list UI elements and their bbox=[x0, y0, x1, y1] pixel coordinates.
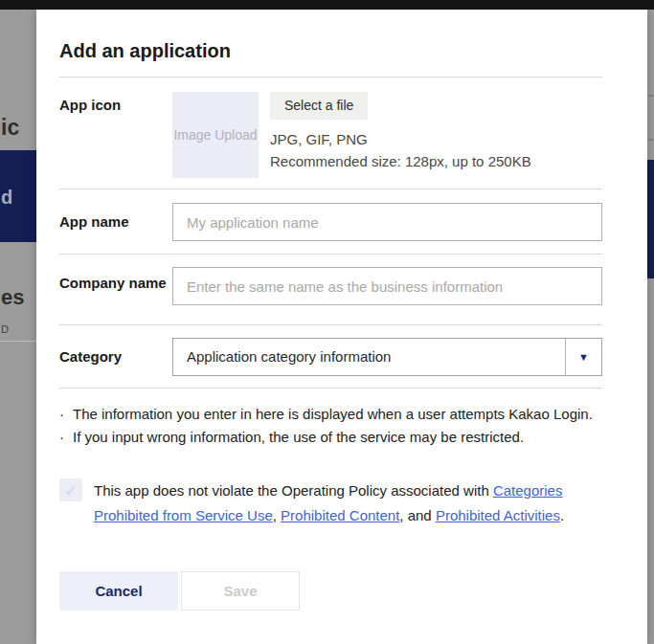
checkmark-icon: ✓ bbox=[65, 483, 78, 498]
background-text-fragment: es bbox=[1, 285, 24, 310]
policy-text: This app does not violate the Operating … bbox=[94, 478, 602, 528]
category-row: Category Application category informatio… bbox=[59, 325, 602, 388]
category-label: Category bbox=[59, 338, 172, 366]
policy-text-prefix: This app does not violate the Operating … bbox=[94, 482, 493, 499]
background-top-nav-bar bbox=[0, 0, 654, 10]
modal-button-row: Cancel Save bbox=[59, 571, 602, 611]
policy-checkbox[interactable]: ✓ bbox=[59, 478, 82, 501]
note-line: · If you input wrong information, the us… bbox=[59, 426, 602, 449]
image-upload-dropzone[interactable]: Image Upload bbox=[172, 92, 259, 178]
link-prohibited-activities[interactable]: Prohibited Activities bbox=[436, 507, 560, 523]
bullet-icon: · bbox=[59, 403, 73, 426]
app-icon-row: App icon Image Upload Select a file JPG,… bbox=[59, 78, 602, 189]
bullet-icon: · bbox=[59, 426, 73, 449]
link-prohibited-content[interactable]: Prohibited Content bbox=[281, 507, 399, 523]
file-formats-hint: JPG, GIF, PNG bbox=[270, 132, 531, 146]
save-button[interactable]: Save bbox=[181, 571, 300, 611]
background-text-fragment: D bbox=[1, 323, 9, 335]
background-text-fragment: d bbox=[1, 187, 12, 209]
company-name-input[interactable] bbox=[172, 267, 602, 305]
policy-agreement-row: ✓ This app does not violate the Operatin… bbox=[59, 478, 602, 528]
company-name-label: Company name bbox=[59, 267, 172, 296]
app-name-input[interactable] bbox=[172, 203, 602, 241]
background-navy-banner bbox=[647, 160, 654, 278]
image-upload-placeholder: Image Upload bbox=[173, 125, 257, 145]
cancel-button[interactable]: Cancel bbox=[59, 571, 178, 611]
background-divider bbox=[0, 341, 36, 342]
background-navy-banner: d bbox=[0, 150, 36, 242]
select-file-button[interactable]: Select a file bbox=[270, 92, 368, 120]
app-icon-label: App icon bbox=[59, 92, 172, 178]
note-text: If you input wrong information, the use … bbox=[73, 426, 524, 449]
policy-text-sep: , bbox=[273, 507, 281, 523]
category-select-arrow-button[interactable]: ▼ bbox=[565, 339, 601, 375]
file-size-hint: Recommended size: 128px, up to 250KB bbox=[270, 154, 531, 168]
notes-section: · The information you enter in here is d… bbox=[59, 389, 602, 449]
note-line: · The information you enter in here is d… bbox=[59, 403, 602, 426]
background-divider bbox=[647, 139, 654, 141]
policy-text-suffix: . bbox=[560, 507, 564, 523]
add-application-modal: Add an application App icon Image Upload… bbox=[36, 10, 647, 644]
category-select[interactable]: Application category information ▼ bbox=[172, 338, 602, 376]
background-left-strip: ic d es D bbox=[0, 10, 36, 644]
modal-title: Add an application bbox=[59, 36, 602, 65]
background-text-fragment: ic bbox=[1, 115, 19, 141]
note-text: The information you enter in here is dis… bbox=[73, 403, 593, 426]
category-select-value: Application category information bbox=[187, 339, 391, 375]
app-name-row: App name bbox=[59, 189, 602, 254]
app-name-label: App name bbox=[59, 203, 172, 232]
company-name-row: Company name bbox=[59, 255, 602, 324]
background-right-strip bbox=[647, 10, 654, 644]
policy-text-sep: , and bbox=[399, 507, 436, 523]
background-divider bbox=[647, 95, 654, 97]
chevron-down-icon: ▼ bbox=[578, 352, 589, 363]
